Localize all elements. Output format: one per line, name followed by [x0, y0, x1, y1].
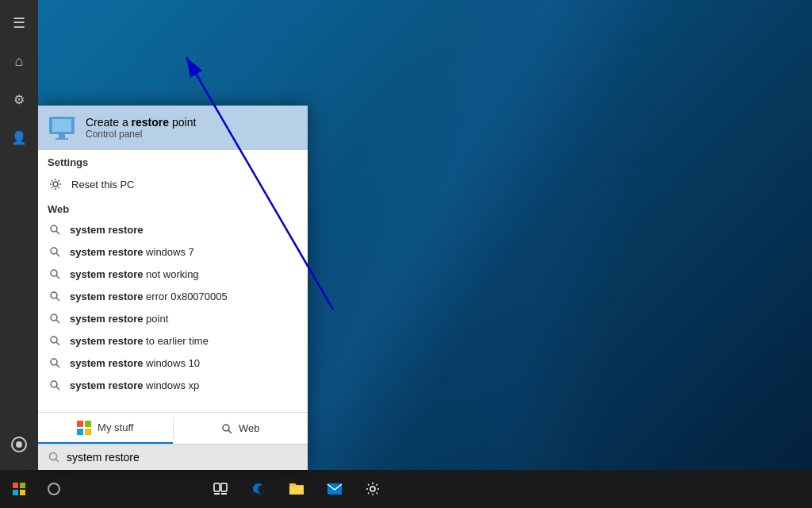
search-panel: Create a restore point Control panel Set…	[38, 106, 308, 470]
web-item-text-5: system restore to earlier time	[70, 335, 209, 347]
start-sidebar: ☰ ⌂ ⚙ 👤	[0, 0, 38, 470]
mail-button[interactable]	[317, 471, 352, 506]
svg-point-15	[51, 337, 57, 343]
svg-line-24	[56, 460, 59, 463]
svg-point-19	[51, 381, 57, 387]
top-result-text: Create a restore point Control panel	[86, 116, 298, 140]
web-item-6[interactable]: system restore windows 10	[38, 352, 308, 374]
my-stuff-tab[interactable]: My stuff	[38, 413, 173, 444]
svg-line-18	[56, 364, 59, 368]
search-input[interactable]	[67, 451, 298, 464]
hamburger-button[interactable]: ☰	[2, 6, 36, 40]
svg-point-4	[53, 182, 58, 187]
edge-browser-button[interactable]	[241, 471, 276, 506]
taskbar	[0, 470, 812, 508]
web-item-text-7: system restore windows xp	[70, 379, 199, 391]
search-input-icon	[48, 451, 60, 464]
web-item-text-2: system restore not working	[70, 268, 199, 280]
web-tab[interactable]: Web	[174, 413, 308, 444]
top-result-subtitle: Control panel	[86, 129, 298, 140]
svg-point-13	[51, 314, 57, 321]
search-small-icon-6	[48, 356, 62, 370]
svg-line-6	[56, 231, 59, 234]
svg-rect-29	[214, 493, 220, 495]
web-item-1[interactable]: system restore windows 7	[38, 241, 308, 263]
svg-point-11	[51, 292, 57, 298]
web-tab-label: Web	[239, 422, 260, 434]
svg-rect-30	[221, 493, 227, 495]
web-item-7[interactable]: system restore windows xp	[38, 374, 308, 396]
search-small-icon-0	[48, 222, 62, 237]
svg-rect-28	[221, 483, 227, 491]
svg-point-5	[51, 225, 57, 232]
svg-line-14	[56, 320, 59, 323]
reset-pc-label: Reset this PC	[71, 179, 134, 190]
web-item-2[interactable]: system restore not working	[38, 263, 308, 285]
search-small-icon-2	[48, 267, 62, 281]
reset-pc-item[interactable]: Reset this PC	[38, 171, 308, 197]
svg-point-23	[50, 453, 57, 460]
web-item-text-4: system restore point	[70, 313, 168, 325]
start-logo-icon	[13, 483, 25, 495]
web-item-3[interactable]: system restore error 0x80070005	[38, 285, 308, 307]
svg-line-20	[56, 387, 59, 390]
svg-point-32	[370, 487, 375, 491]
search-small-icon-3	[48, 289, 62, 303]
web-section-header: Web	[38, 197, 308, 218]
settings-button[interactable]: ⚙	[2, 82, 36, 117]
svg-point-9	[51, 270, 57, 276]
web-item-5[interactable]: system restore to earlier time	[38, 329, 308, 352]
svg-point-17	[51, 359, 57, 365]
svg-rect-2	[59, 134, 65, 138]
windows-logo-icon	[77, 421, 91, 435]
search-small-icon-1	[48, 244, 62, 259]
user-button[interactable]: 👤	[2, 120, 36, 155]
task-view-button[interactable]	[203, 471, 238, 506]
search-input-bar	[38, 444, 308, 470]
search-small-icon-7	[48, 378, 62, 392]
top-result-item[interactable]: Create a restore point Control panel	[38, 106, 308, 150]
restore-point-icon	[48, 114, 76, 142]
web-item-0[interactable]: system restore	[38, 218, 308, 241]
gear-small-icon	[48, 176, 63, 192]
svg-point-7	[51, 248, 57, 254]
search-small-icon-4	[48, 311, 62, 325]
svg-line-10	[56, 275, 59, 279]
web-item-text-6: system restore windows 10	[70, 357, 200, 369]
web-item-text-1: system restore windows 7	[70, 246, 194, 258]
taskbar-search-icon	[48, 483, 60, 495]
desktop: ☰ ⌂ ⚙ 👤	[0, 0, 812, 508]
web-item-4[interactable]: system restore point	[38, 307, 308, 329]
my-stuff-label: My stuff	[98, 421, 133, 433]
web-item-text-3: system restore error 0x80070005	[70, 291, 228, 302]
top-result-title: Create a restore point	[86, 116, 298, 129]
file-explorer-button[interactable]	[279, 471, 314, 506]
home-button[interactable]: ⌂	[2, 44, 36, 79]
svg-rect-27	[214, 483, 220, 491]
svg-line-12	[56, 298, 59, 301]
web-item-text-0: system restore	[70, 224, 144, 236]
svg-rect-3	[56, 138, 68, 140]
svg-rect-31	[327, 483, 342, 495]
settings-taskbar-button[interactable]	[355, 471, 390, 506]
svg-rect-1	[52, 119, 71, 132]
svg-line-22	[228, 430, 232, 433]
taskbar-items	[197, 471, 396, 506]
search-small-icon-5	[48, 333, 62, 348]
start-button[interactable]	[0, 470, 38, 508]
svg-point-21	[223, 425, 229, 431]
search-tab-icon	[221, 423, 232, 434]
search-bottom-tabs: My stuff Web	[38, 412, 308, 444]
svg-line-8	[56, 253, 59, 256]
cortana-button[interactable]	[2, 427, 36, 462]
taskbar-search-button[interactable]	[38, 470, 197, 508]
settings-section-header: Settings	[38, 150, 308, 171]
svg-line-16	[56, 342, 59, 345]
